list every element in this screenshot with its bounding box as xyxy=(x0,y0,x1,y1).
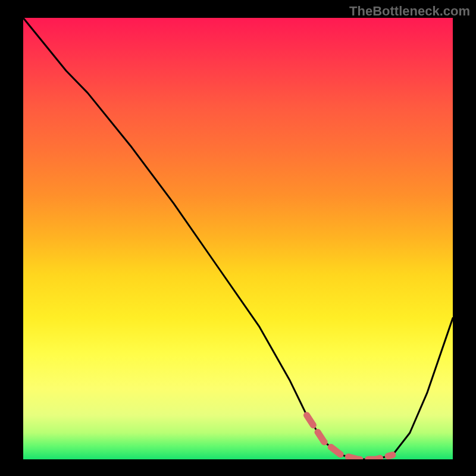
chart-frame: TheBottleneck.com xyxy=(0,0,476,476)
bottleneck-curve-highlight xyxy=(307,415,393,459)
bottleneck-curve-line xyxy=(23,18,453,459)
watermark-text: TheBottleneck.com xyxy=(349,4,470,19)
curve-svg xyxy=(23,18,453,459)
plot-area xyxy=(23,18,453,459)
